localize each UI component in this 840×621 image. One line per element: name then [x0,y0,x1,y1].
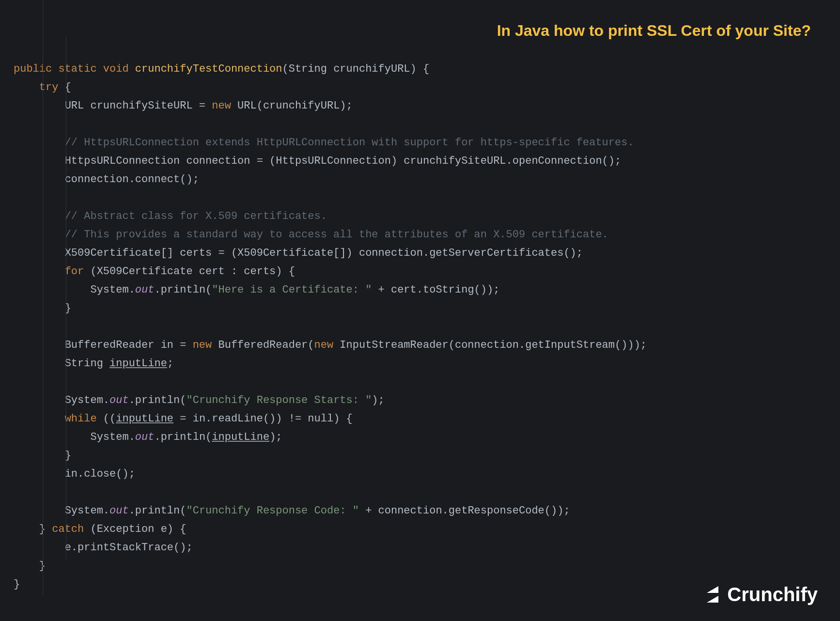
keyword-for: for [65,265,84,278]
code-text: System. [90,284,135,296]
code-text: + cert.toString()); [372,284,499,296]
code-text: } [14,578,20,590]
keyword-try: try [39,81,59,93]
code-text: { [58,81,71,93]
field-out: out [135,431,155,443]
code-text: (X509Certificate cert : certs) { [84,265,295,278]
var-inputline: inputLine [116,413,173,425]
code-text: = in.readLine()) != null) { [173,413,353,425]
code-text: ); [269,431,282,443]
comment: // Abstract class for X.509 certificates… [65,210,327,222]
keyword-void: void [103,63,129,75]
code-text: .println( [129,505,187,517]
code-text: e.printStackTrace(); [65,542,193,554]
keyword-public: public [14,63,52,75]
code-text: URL crunchifySiteURL = [65,100,212,112]
code-text: in.close(); [65,468,135,480]
code-text: (Exception e) { [84,523,186,535]
code-text: connection.connect(); [65,173,199,186]
brand-logo: Crunchify [701,583,818,605]
code-text: .println( [129,394,187,406]
code-text: String [65,357,109,370]
keyword-new: new [212,100,231,112]
string-literal: "Here is a Certificate: " [212,284,372,296]
keyword-catch: catch [52,523,84,535]
code-block: public static void crunchifyTestConnecti… [0,0,840,594]
string-literal: "Crunchify Response Starts: " [186,394,372,406]
code-text: InputStreamReader(connection.getInputStr… [333,339,647,351]
field-out: out [109,505,129,517]
keyword-static: static [58,63,96,75]
code-text: System. [90,431,135,443]
code-text: .println( [154,431,212,443]
code-text: HttpsURLConnection connection = (HttpsUR… [65,155,622,167]
code-text: } [39,523,52,535]
code-text: System. [65,394,109,406]
page-title: In Java how to print SSL Cert of your Si… [497,22,811,40]
field-out: out [109,394,129,406]
comment: // This provides a standard way to acces… [65,229,608,241]
field-out: out [135,284,155,296]
comment: // HttpsURLConnection extends HttpURLCon… [65,137,634,149]
code-text: BufferedReader( [212,339,314,351]
method-name: crunchifyTestConnection [135,63,282,75]
keyword-new: new [314,339,334,351]
var-inputline: inputLine [212,431,269,443]
var-inputline: inputLine [109,357,167,370]
code-text: + connection.getResponseCode()); [359,505,570,517]
code-text: X509Certificate[] certs = (X509Certifica… [65,247,583,259]
keyword-new: new [193,339,212,351]
code-text: BufferedReader in = [65,339,193,351]
code-text: .println( [154,284,212,296]
code-text: ); [372,394,384,406]
code-text: (String crunchifyURL) { [282,63,430,75]
code-text: ; [167,357,173,370]
crunchify-icon [701,583,723,605]
keyword-while: while [65,413,97,425]
code-text: (( [97,413,116,425]
code-text: URL(crunchifyURL); [231,100,353,112]
code-text: System. [65,505,109,517]
brand-text: Crunchify [727,584,818,605]
string-literal: "Crunchify Response Code: " [186,505,358,517]
